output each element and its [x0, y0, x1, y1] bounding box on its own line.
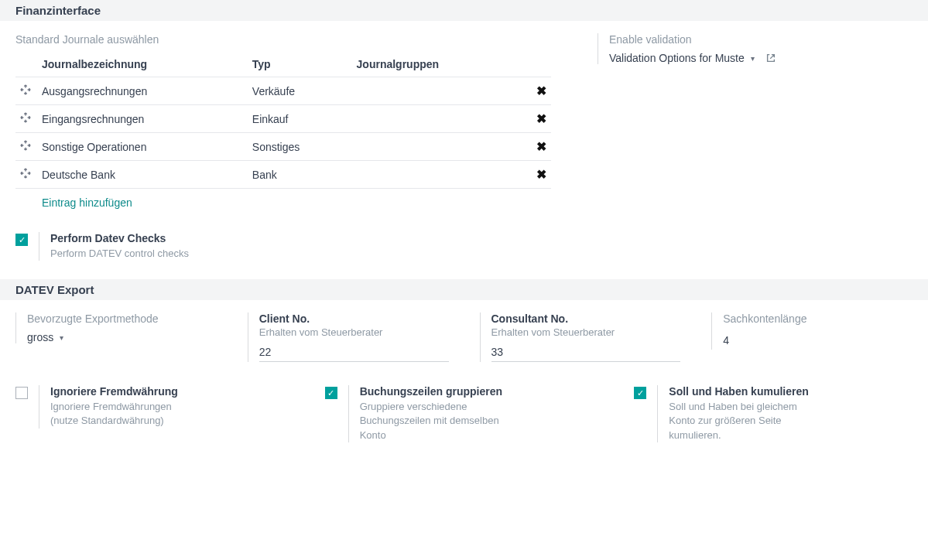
sachkonten-value: 4	[723, 331, 913, 350]
client-no-sub: Erhalten vom Steuerberater	[259, 326, 449, 338]
col-groups: Journalgruppen	[352, 52, 520, 77]
drag-handle-icon[interactable]	[20, 140, 31, 153]
caret-down-icon: ▾	[60, 333, 63, 342]
delete-row-icon[interactable]: ✖	[536, 168, 546, 181]
journal-groups-cell	[352, 77, 520, 105]
cumulate-desc: Soll und Haben bei gleichem Konto zur gr…	[669, 400, 820, 442]
datev-checks-desc: Perform DATEV control checks	[50, 247, 189, 261]
add-journal-link[interactable]: Eintrag hinzufügen	[42, 196, 132, 209]
export-method-select[interactable]: gross ▾	[27, 331, 217, 343]
delete-row-icon[interactable]: ✖	[536, 112, 546, 125]
client-no-input[interactable]	[259, 343, 449, 362]
client-no-label: Client No.	[259, 312, 449, 325]
table-row: Sonstige OperationenSonstiges✖	[15, 133, 551, 161]
section-finanzinterface-body: Standard Journale auswählen Journalbezei…	[0, 21, 928, 279]
journal-name-cell: Ausgangsrechnungen	[37, 77, 248, 105]
drag-handle-icon[interactable]	[20, 84, 31, 97]
sachkonten-label: Sachkontenlänge	[723, 312, 913, 325]
section-datev-export-body: Bevorzugte Exportmethode gross ▾ Client …	[0, 300, 928, 461]
col-type: Typ	[248, 52, 352, 77]
delete-row-icon[interactable]: ✖	[536, 140, 546, 153]
section-finanzinterface-title: Finanzinterface	[15, 4, 101, 17]
journals-label: Standard Journale auswählen	[15, 33, 551, 46]
export-method-value: gross	[27, 331, 53, 343]
consultant-no-sub: Erhalten vom Steuerberater	[491, 326, 681, 338]
journal-type-cell: Sonstiges	[248, 133, 352, 161]
journal-type-cell: Einkauf	[248, 105, 352, 133]
table-row: AusgangsrechnungenVerkäufe✖	[15, 77, 551, 105]
cumulate-checkbox[interactable]	[634, 387, 646, 399]
datev-checks-checkbox[interactable]	[15, 234, 28, 246]
validation-value: Validation Options for Muste	[609, 52, 745, 64]
section-datev-export-header: DATEV Export	[0, 279, 928, 300]
cumulate-title: Soll und Haben kumulieren	[669, 385, 820, 398]
journal-groups-cell	[352, 105, 520, 133]
journal-groups-cell	[352, 133, 520, 161]
drag-handle-icon[interactable]	[20, 168, 31, 181]
col-journalname: Journalbezeichnung	[37, 52, 248, 77]
group-lines-checkbox[interactable]	[325, 387, 337, 399]
section-finanzinterface-header: Finanzinterface	[0, 0, 928, 21]
validation-label: Enable validation	[609, 33, 913, 46]
journal-name-cell: Eingangsrechnungen	[37, 105, 248, 133]
caret-down-icon: ▾	[751, 54, 755, 63]
consultant-no-label: Consultant No.	[491, 312, 681, 325]
datev-checks-row: Perform Datev Checks Perform DATEV contr…	[15, 232, 551, 261]
journal-name-cell: Deutsche Bank	[37, 161, 248, 189]
ignore-fx-checkbox[interactable]	[15, 387, 28, 399]
journal-type-cell: Verkäufe	[248, 77, 352, 105]
consultant-no-input[interactable]	[491, 343, 681, 362]
validation-select[interactable]: Validation Options for Muste ▾	[609, 52, 913, 64]
ignore-fx-desc: Ignoriere Fremdwährungen (nutze Standard…	[50, 400, 201, 428]
datev-checks-title: Perform Datev Checks	[50, 232, 189, 244]
journals-table: Journalbezeichnung Typ Journalgruppen Au…	[15, 52, 551, 189]
table-row: EingangsrechnungenEinkauf✖	[15, 105, 551, 133]
ignore-fx-title: Ignoriere Fremdwährung	[50, 385, 201, 398]
export-method-label: Bevorzugte Exportmethode	[27, 312, 217, 325]
delete-row-icon[interactable]: ✖	[536, 84, 546, 97]
section-datev-export-title: DATEV Export	[15, 283, 94, 296]
drag-handle-icon[interactable]	[20, 112, 31, 125]
journal-groups-cell	[352, 161, 520, 189]
table-row: Deutsche BankBank✖	[15, 161, 551, 189]
external-link-icon[interactable]	[765, 53, 776, 63]
journal-type-cell: Bank	[248, 161, 352, 189]
group-lines-title: Buchungszeilen gruppieren	[360, 385, 511, 398]
group-lines-desc: Gruppiere verschiedene Buchungszeilen mi…	[360, 400, 511, 442]
journal-name-cell: Sonstige Operationen	[37, 133, 248, 161]
